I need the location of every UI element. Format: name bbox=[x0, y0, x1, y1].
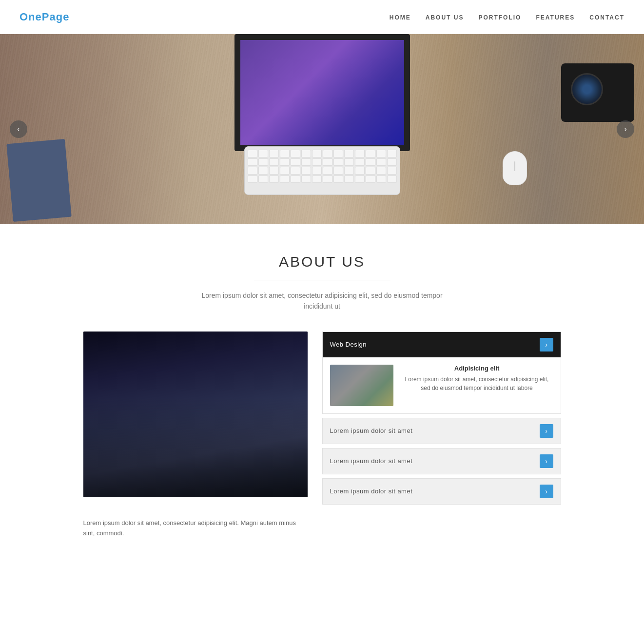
hero-keyboard bbox=[244, 146, 400, 195]
nav-menu: HOME ABOUT US PORTFOLIO FEATURES CONTACT bbox=[390, 13, 624, 21]
accordion-item-web-design: Web Design › Adipisicing elit Lorem ipsu… bbox=[322, 332, 561, 414]
accordion-chevron-3: › bbox=[540, 454, 553, 468]
accordion-inner-title: Adipisicing elit bbox=[401, 365, 553, 372]
hero-slider: ‹ › bbox=[0, 34, 644, 224]
chevron-right-icon: › bbox=[545, 488, 547, 495]
accordion-thumbnail bbox=[330, 365, 393, 406]
chevron-left-icon: ‹ bbox=[17, 125, 20, 134]
nav-about[interactable]: ABOUT US bbox=[426, 14, 464, 21]
nav-features[interactable]: FEATURES bbox=[536, 14, 575, 21]
accordion-item-3: Lorem ipsum dolor sit amet › bbox=[322, 448, 561, 474]
chevron-right-icon: › bbox=[545, 427, 547, 435]
about-content: Web Design › Adipisicing elit Lorem ipsu… bbox=[83, 332, 561, 508]
section-divider bbox=[254, 280, 390, 280]
accordion-header-3[interactable]: Lorem ipsum dolor sit amet › bbox=[323, 449, 561, 474]
slider-prev-button[interactable]: ‹ bbox=[10, 120, 27, 138]
navbar: OnePage HOME ABOUT US PORTFOLIO FEATURES… bbox=[0, 0, 644, 34]
about-subtitle: Lorem ipsum dolor sit amet, consectetur … bbox=[195, 290, 449, 312]
monitor-screen bbox=[234, 34, 410, 151]
accordion-inner-text: Lorem ipsum dolor sit amet, consectetur … bbox=[401, 375, 553, 392]
chevron-right-icon: › bbox=[545, 457, 547, 465]
chevron-right-icon: › bbox=[624, 125, 626, 134]
nav-portfolio[interactable]: PORTFOLIO bbox=[478, 14, 521, 21]
accordion-chevron-web-design: › bbox=[540, 338, 553, 351]
accordion-header-2[interactable]: Lorem ipsum dolor sit amet › bbox=[323, 418, 561, 444]
accordion-body-web-design: Adipisicing elit Lorem ipsum dolor sit a… bbox=[323, 357, 561, 413]
about-section: ABOUT US Lorem ipsum dolor sit amet, con… bbox=[0, 224, 644, 558]
nav-contact[interactable]: CONTACT bbox=[589, 14, 624, 21]
brand-logo[interactable]: OnePage bbox=[20, 11, 69, 23]
about-image-overlay bbox=[83, 398, 308, 497]
accordion-header-web-design[interactable]: Web Design › bbox=[323, 332, 561, 357]
about-footer-text: Lorem ipsum dolor sit amet, consectetur … bbox=[83, 518, 308, 539]
accordion-chevron-2: › bbox=[540, 424, 553, 438]
hero-background bbox=[0, 34, 644, 224]
hero-camera bbox=[561, 63, 634, 122]
slider-next-button[interactable]: › bbox=[617, 120, 634, 138]
chevron-right-icon: › bbox=[545, 341, 547, 349]
accordion-item-4: Lorem ipsum dolor sit amet › bbox=[322, 478, 561, 505]
about-image bbox=[83, 332, 308, 497]
accordion-label-3: Lorem ipsum dolor sit amet bbox=[330, 457, 413, 465]
accordion-label-web-design: Web Design bbox=[330, 341, 367, 348]
accordion-header-4[interactable]: Lorem ipsum dolor sit amet › bbox=[323, 479, 561, 504]
hero-mouse bbox=[503, 151, 527, 185]
accordion-label-4: Lorem ipsum dolor sit amet bbox=[330, 488, 413, 495]
nav-home[interactable]: HOME bbox=[390, 14, 411, 21]
accordion-chevron-4: › bbox=[540, 485, 553, 498]
accordion-label-2: Lorem ipsum dolor sit amet bbox=[330, 427, 413, 434]
accordion-item-2: Lorem ipsum dolor sit amet › bbox=[322, 418, 561, 444]
about-accordion: Web Design › Adipisicing elit Lorem ipsu… bbox=[322, 332, 561, 508]
hero-notebook bbox=[6, 139, 71, 222]
accordion-text-area: Adipisicing elit Lorem ipsum dolor sit a… bbox=[401, 365, 553, 392]
about-title: ABOUT US bbox=[10, 254, 634, 270]
